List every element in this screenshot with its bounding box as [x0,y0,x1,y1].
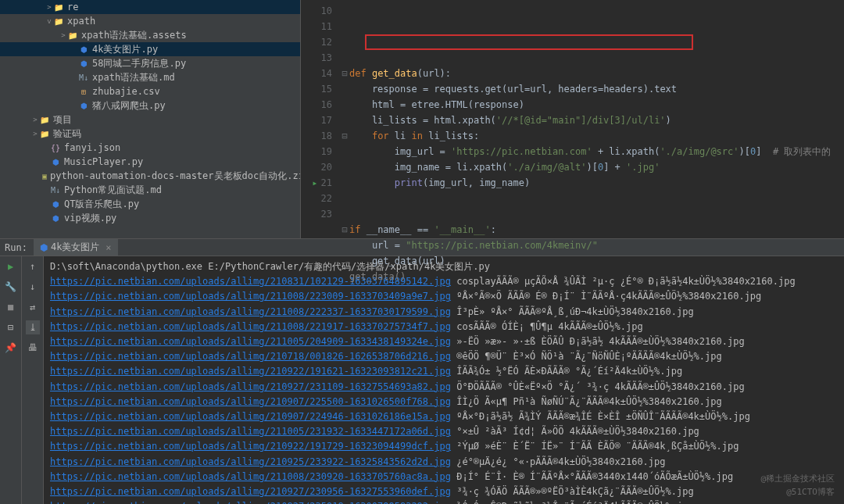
code-line[interactable]: html = etree.HTML(response) [340,97,844,113]
tree-label: vip视频.py [64,212,116,225]
wrap-button[interactable]: ⇄ [26,300,40,314]
tree-label: zhubajie.csv [92,86,160,97]
pyfile-icon: ⬢ [78,100,89,111]
console-line: https://pic.netbian.com/uploads/allimg/2… [50,499,838,504]
expand-arrow[interactable]: > [31,116,39,123]
output-url[interactable]: https://pic.netbian.com/uploads/allimg/2… [50,336,451,347]
console-line: https://pic.netbian.com/uploads/allimg/2… [50,364,838,379]
console-line: https://pic.netbian.com/uploads/allimg/2… [50,470,838,484]
code-line[interactable]: li_lists = html.xpath('//*[@id="main"]/d… [340,113,844,128]
watermark-juejin: @稀土掘金技术社区 [760,473,835,484]
output-url[interactable]: https://pic.netbian.com/uploads/allimg/2… [50,321,451,332]
folder-icon: 📁 [53,2,64,13]
tree-item[interactable]: >📁验证码 [0,127,300,141]
code-line[interactable] [340,50,844,66]
pin-button[interactable]: 📌 [4,341,18,355]
tree-label: 4k美女图片.py [92,43,158,56]
code-line[interactable]: get_data() [340,269,844,284]
output-text: »-ËÖ »æ»- »·±ß ÈÖÃÛ Ð¡ã½ã½ 4kÃÃÃ®±ÙÖ½%38… [456,336,744,347]
fold-icon[interactable]: ⊟ [340,222,349,238]
output-url[interactable]: https://pic.netbian.com/uploads/allimg/2… [50,486,451,497]
line-number: 17 [301,113,332,128]
code-line[interactable]: img_name = li.xpath('./a/img/@alt')[0] +… [340,159,844,175]
print-button[interactable]: 🖶 [26,341,40,355]
code-line[interactable]: print(img_url, img_name) [340,175,844,191]
output-text: ®êÖÖ ¶®Ü¨ È³×Ó ÑÖ¹à ¨Ã¿¨ÑöÑÛÈ¡ºÃÃÃÃ®4k±Ù… [456,351,722,362]
fold-icon[interactable]: ⊟ [340,66,349,81]
expand-arrow[interactable]: > [31,130,39,138]
tree-label: re [67,2,78,13]
watermark-51cto: @51CTO博客 [786,486,835,498]
output-url[interactable]: https://pic.netbian.com/uploads/allimg/2… [50,366,451,377]
output-url[interactable]: https://pic.netbian.com/uploads/allimg/2… [50,426,451,437]
tree-item[interactable]: ⬢4k美女图片.py [0,42,300,56]
expand-arrow[interactable]: v [45,17,53,25]
tree-item[interactable]: {}fanyi.json [0,141,300,155]
output-url[interactable]: https://pic.netbian.com/uploads/allimg/2… [50,381,451,392]
stop-button[interactable]: ■ [4,300,18,314]
tree-label: 项目 [53,113,72,127]
tree-item[interactable]: >📁xpath语法基础.assets [0,28,300,42]
tree-item[interactable]: ⬢MusicPlayer.py [0,155,300,169]
expand-arrow[interactable]: > [45,3,53,11]
tree-label: python-automation-docs-master吴老板doc自动化.z… [50,170,301,183]
tree-item[interactable]: ⬢vip视频.py [0,211,300,225]
code-editor[interactable]: 1011121314151617181920▸212223 ⊟def get_d… [301,0,844,238]
fold-icon[interactable]: ⊟ [340,128,349,144]
code-line[interactable]: url = "https://pic.netbian.com/4kmeinv/" [340,238,844,253]
line-number: 22 [301,191,332,206]
line-number: ▸21 [301,175,332,191]
output-url[interactable]: https://pic.netbian.com/uploads/allimg/2… [50,396,451,407]
console-line: https://pic.netbian.com/uploads/allimg/2… [50,484,838,499]
code-line[interactable]: get_data(url) [340,253,844,269]
code-line[interactable]: ⊟if __name__ == '__main__': [340,222,844,238]
output-url[interactable]: https://pic.netbian.com/uploads/allimg/2… [50,291,451,302]
output-url[interactable]: https://pic.netbian.com/uploads/allimg/2… [50,441,451,452]
tree-item[interactable]: ⬢猪八戒网爬虫.py [0,98,300,113]
run-tab-label: 4k美女图片 [51,241,99,254]
rerun-button[interactable]: ▶ [4,259,18,273]
mdfile-icon: M↓ [50,184,61,195]
expand-arrow[interactable]: > [59,31,67,39]
tree-item[interactable]: ⊞zhubajie.csv [0,84,300,98]
tree-item[interactable]: >📁re [0,0,300,14]
close-icon[interactable]: × [106,242,111,253]
code-line[interactable]: response = requests.get(url=url, headers… [340,81,844,97]
output-text: Ö°ÐÖÃÃÃ® °ÛÈ«Ëº×Ö °Ã¿´ ³¾·ç 4kÃÃÃ®±ÛÖ½38… [456,381,744,392]
code-line[interactable] [340,206,844,222]
line-number: 20 [301,159,332,175]
line-number: 13 [301,50,332,66]
code-line[interactable]: img_url = 'https://pic.netbian.com' + li… [340,144,844,159]
project-tree[interactable]: >📁rev📁xpath>📁xpath语法基础.assets⬢4k美女图片.py⬢… [0,0,301,238]
layout-button[interactable]: ⊟ [4,320,18,334]
run-tab[interactable]: ⬢ 4k美女图片 × [34,239,118,256]
tree-item[interactable]: M↓xpath语法基础.md [0,70,300,84]
scroll-button[interactable]: ⤓ [26,320,40,334]
output-url[interactable]: https://pic.netbian.com/uploads/allimg/2… [50,501,451,504]
line-number: 10 [301,3,332,19]
console-output[interactable]: D:\soft\Anaconda\python.exe E:/PythonCra… [44,256,844,504]
output-url[interactable]: https://pic.netbian.com/uploads/allimg/2… [50,351,451,362]
output-url[interactable]: https://pic.netbian.com/uploads/allimg/2… [50,306,451,317]
tree-item[interactable]: ⬢QT版音乐爬虫.py [0,197,300,211]
tree-item[interactable]: ▣python-automation-docs-master吴老板doc自动化.… [0,169,300,183]
line-number: 23 [301,206,332,222]
up-button[interactable]: ↑ [26,259,40,273]
console-line: https://pic.netbian.com/uploads/allimg/2… [50,320,838,334]
python-icon: ⬢ [40,242,48,253]
output-url[interactable]: https://pic.netbian.com/uploads/allimg/2… [50,471,451,482]
tree-item[interactable]: M↓Python常见面试题.md [0,183,300,197]
tree-item[interactable]: ⬢58同城二手房信息.py [0,56,300,70]
code-line[interactable]: ⊟ for li in li_lists: [340,128,844,144]
run-toolbar-left: ▶ 🔧 ■ ⊟ 📌 [0,256,22,504]
code-line[interactable] [340,191,844,206]
tree-item[interactable]: v📁xpath [0,14,300,28]
tool-button[interactable]: 🔧 [4,280,18,294]
tree-item[interactable]: >📁项目 [0,113,300,127]
output-text: ÎÌ¿Ö Ã«µ¶ Pñ¹à ÑøÑÚ¨Ã¿¨ÃÃÃ®4k±ÛÖ½%3840x2… [456,396,722,407]
output-url[interactable]: https://pic.netbian.com/uploads/allimg/2… [50,411,451,422]
code-line[interactable]: ⊟def get_data(url): [340,66,844,81]
tree-label: 58同城二手房信息.py [92,57,186,70]
output-url[interactable]: https://pic.netbian.com/uploads/allimg/2… [50,456,451,467]
down-button[interactable]: ↓ [26,280,40,294]
